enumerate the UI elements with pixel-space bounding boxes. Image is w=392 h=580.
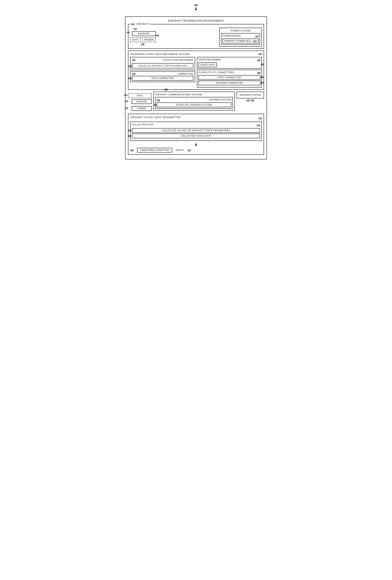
primary-power-bus: PRIMARY POWER BUS 132 — [222, 39, 259, 43]
outer-title: AIRCRAFT INFORMATION ENVIRONMENT — [128, 19, 264, 22]
outer-box: AIRCRAFT INFORMATION ENVIRONMENT 102 AIR… — [125, 16, 267, 159]
voice-recorder-box: VOICE RECORDER 108 116 VOICE DATA — [197, 57, 262, 69]
ref-142: 142 — [130, 149, 133, 151]
ref-110-sensors: 110 — [126, 31, 129, 33]
obfdrs-inner-row: 106 FLIGHT DATA RECORDER 114 VALUES OF A… — [130, 57, 262, 88]
middle-data-box: DATA — [128, 93, 152, 98]
aircraft-box: 102 AIRCRAFT 112 110 SENSORS DATA — [128, 24, 264, 49]
ref-110-middle: 110 — [124, 94, 127, 96]
acs-box: AIRCRAFT COMMUNICATIONS SYSTEM 152 ANTEN… — [153, 92, 235, 111]
first-connector: FIRST CONNECTOR — [198, 75, 260, 80]
power-system-box: POWER SYSTEM POWER BUSES 134 PRIMARY POW… — [219, 28, 262, 47]
power-buses-box: POWER BUSES 134 PRIMARY POWER BUS 132 — [221, 33, 260, 45]
ref-141: 141 — [188, 149, 191, 151]
ground-system-box: GROUND SYSTEM — [237, 92, 264, 99]
plurality-box: PLURALITY OF CONNECTORS 158 160 FIRST CO… — [197, 70, 262, 88]
middle-ground-box: GROUND — [132, 99, 152, 104]
collected-voice-box: COLLECTED VOICE DATA — [132, 134, 260, 138]
sensors-box: SENSORS — [132, 31, 156, 36]
ref-112: 112 — [133, 28, 137, 30]
voice-data-box: VOICE DATA — [198, 62, 217, 67]
test-connector-box: TEST CONNECTOR — [132, 76, 193, 81]
ref-154: 154 — [153, 104, 156, 106]
svg-marker-1 — [195, 9, 197, 10]
obfdrs-box: ON-BOARD FLIGHT DATA RECORDER SYSTEM 104… — [128, 51, 264, 90]
afdt-box: AIRCRAFT FLIGHT DATA TRANSMITTER 118 COL… — [128, 114, 264, 155]
undesired-condition-box: UNDESIRED CONDITION — [137, 148, 172, 152]
fdr-box: 106 FLIGHT DATA RECORDER 114 VALUES OF A… — [130, 57, 195, 70]
middle-power-box: POWER — [132, 106, 152, 111]
ref-128: 128 — [156, 34, 159, 36]
ref-114: 114 — [128, 65, 132, 67]
second-connector: SECOND CONNECTOR — [198, 81, 260, 85]
ref-144: 144 — [246, 99, 250, 101]
values-box: VALUES OF AIRCRAFT STATE PARAMETERS — [132, 63, 193, 68]
ref-116: 116 — [261, 63, 264, 65]
ref-160: 160 — [261, 76, 264, 78]
ref-140: 140 — [128, 135, 131, 137]
ref-122: 122 — [125, 107, 128, 109]
antenna-box: 152 ANTENNA SYSTEM 154 SATELLITE ANTENNA… — [155, 97, 233, 109]
ref-162: 162 — [261, 81, 264, 84]
connector-box: 120 CONNECTOR 126 TEST CONNECTOR — [130, 71, 195, 82]
aircraft-top-row: 112 110 SENSORS DATA 128 POWER — [130, 28, 262, 47]
collected-values-box: COLLECTED VALUES OF AIRCRAFT STATE PARAM… — [132, 128, 260, 133]
data-dashed-box: DATA — [130, 37, 141, 42]
power-dashed-box: POWER — [142, 37, 156, 42]
ref-130: 130 — [141, 43, 144, 45]
collected-data-box: COLLECTED DATA 136 138 COLLECTED VALUES … — [130, 122, 262, 141]
ref-124: 124 — [125, 100, 128, 102]
ref-150: 150 — [251, 99, 254, 101]
satellite-box: SATELLITE ANTENNA SYSTEM — [157, 103, 231, 107]
page-wrapper: 100 AIRCRAFT INFORMATION ENVIRONMENT 102… — [125, 4, 267, 159]
svg-marker-3 — [195, 145, 197, 146]
aircraft-label: 102 AIRCRAFT — [130, 22, 150, 25]
ref-100-label: 100 — [194, 4, 198, 6]
event-row: 142 UNDESIRED CONDITION EVENT 141 — [130, 148, 262, 152]
ref-138: 138 — [128, 129, 131, 131]
ref-126: 126 — [128, 77, 132, 79]
ref-156: 156 — [164, 88, 168, 90]
right-column: VOICE RECORDER 108 116 VOICE DATA PLURAL… — [197, 57, 262, 88]
data-power-row: DATA 128 POWER — [130, 37, 156, 42]
